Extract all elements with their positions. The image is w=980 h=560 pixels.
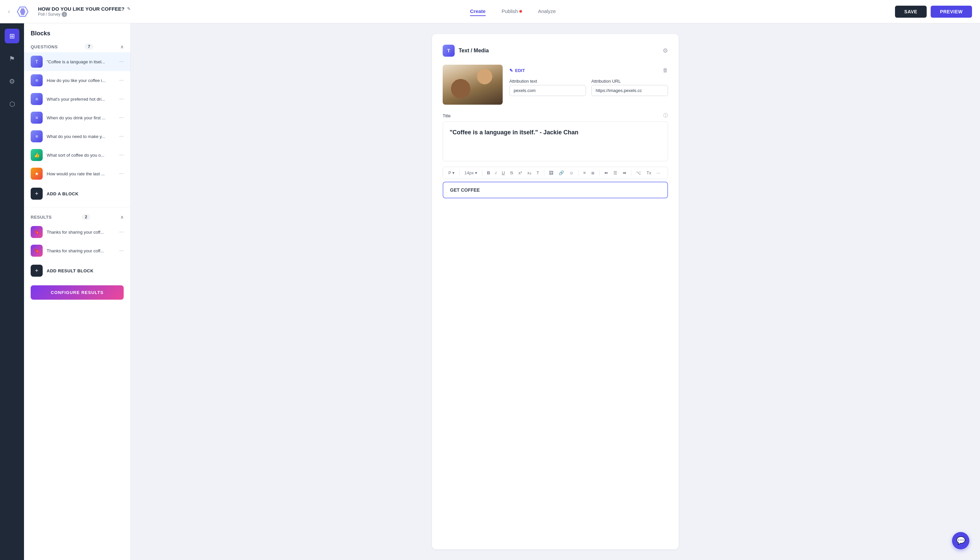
toolbar-emoji[interactable]: ☺	[567, 169, 576, 177]
result-item-1[interactable]: 🔖 Thanks for sharing your coff... ···	[24, 223, 130, 241]
edit-title-icon[interactable]: ✎	[127, 6, 131, 11]
toolbar-strike[interactable]: S	[508, 169, 515, 177]
toolbar-italic[interactable]: i	[493, 169, 498, 177]
questions-label: Questions	[31, 44, 58, 49]
chat-bubble-button[interactable]: 💬	[952, 532, 969, 549]
nav-tabs: Create Publish ● Analyze	[470, 7, 556, 16]
question-item-3[interactable]: ≡ What's your preferred hot dri... ···	[24, 90, 130, 108]
divider-1	[24, 207, 130, 207]
toolbar-clear[interactable]: Tx	[644, 169, 653, 177]
toolbar-paragraph[interactable]: P ▾	[446, 169, 457, 177]
toolbar-bold[interactable]: B	[485, 169, 492, 177]
survey-title: HOW DO YOU LIKE YOUR COFFEE? ✎	[38, 6, 131, 12]
question-item-4[interactable]: ≡ When do you drink your first ... ···	[24, 108, 130, 127]
question-menu-1[interactable]: ···	[119, 59, 124, 65]
question-text-5: What do you need to make y...	[47, 134, 115, 139]
cta-editor[interactable]: GET COFFEE	[443, 182, 668, 198]
card-header: T Text / Media ⚙	[443, 45, 668, 57]
question-item-6[interactable]: 👍 What sort of coffee do you o... ···	[24, 146, 130, 164]
title-section: Title ⓘ "Coffee is a language in itself.…	[443, 113, 668, 161]
delete-icon[interactable]: 🗑	[663, 67, 668, 73]
question-menu-2[interactable]: ···	[119, 77, 124, 83]
add-block-icon: +	[31, 188, 43, 200]
result-menu-2[interactable]: ···	[119, 248, 124, 254]
results-chevron[interactable]: ∧	[120, 214, 124, 220]
configure-results-button[interactable]: CONFIGURE RESULTS	[31, 285, 124, 300]
question-menu-3[interactable]: ···	[119, 96, 124, 102]
toolbar-link[interactable]: 🔗	[557, 169, 566, 177]
toolbar-underline[interactable]: U	[500, 169, 507, 177]
question-text-2: How do you like your coffee i...	[47, 78, 115, 83]
back-button[interactable]: ‹	[8, 8, 10, 15]
question-menu-7[interactable]: ···	[119, 171, 124, 177]
results-section-header: Results 2 ∧	[24, 210, 130, 223]
attr-text-field: Attribution text	[509, 79, 586, 96]
question-menu-6[interactable]: ···	[119, 152, 124, 158]
attr-url-input[interactable]	[591, 85, 668, 96]
blocks-panel-title: Blocks	[24, 23, 130, 40]
add-result-label: ADD RESULT BLOCK	[47, 268, 94, 273]
toolbar-align-right[interactable]: ➡	[621, 169, 628, 177]
sidebar-icon-settings[interactable]: ⚙	[5, 74, 19, 89]
toolbar-code[interactable]: ⌥	[634, 169, 643, 177]
question-text-1: "Coffee is a language in itsel...	[47, 59, 115, 64]
chat-icon: 💬	[956, 536, 965, 545]
question-text-6: What sort of coffee do you o...	[47, 153, 115, 158]
result-text-1: Thanks for sharing your coff...	[47, 230, 115, 235]
question-item-1[interactable]: T "Coffee is a language in itsel... ···	[24, 52, 130, 71]
tab-publish[interactable]: Publish ●	[502, 7, 522, 16]
result-menu-1[interactable]: ···	[119, 229, 124, 235]
survey-subtitle: Poll / Survey i	[38, 12, 131, 17]
sidebar-icons: ⊞ ⚑ ⚙ ⬡	[0, 23, 24, 560]
toolbar-subscript[interactable]: x₂	[525, 169, 533, 177]
edit-button[interactable]: ✎ EDIT	[509, 68, 525, 73]
sidebar-icon-flag[interactable]: ⚑	[5, 51, 19, 66]
question-icon-1: T	[31, 56, 43, 68]
title-label: Title	[443, 113, 451, 118]
result-item-2[interactable]: 🔖 Thanks for sharing your coff... ···	[24, 241, 130, 260]
question-icon-7: ★	[31, 168, 43, 180]
sidebar-icon-grid[interactable]: ⊞	[5, 29, 19, 43]
toolbar-align-center[interactable]: ☰	[611, 169, 619, 177]
toolbar-sep-1	[459, 170, 460, 176]
attr-text-input[interactable]	[509, 85, 586, 96]
publish-badge: ●	[519, 10, 522, 13]
toolbar-align-left[interactable]: ⬅	[602, 169, 610, 177]
info-icon[interactable]: i	[62, 12, 67, 17]
coffee-image-placeholder	[443, 65, 503, 105]
title-editor[interactable]: "Coffee is a language in itself." - Jack…	[443, 121, 668, 161]
question-menu-5[interactable]: ···	[119, 133, 124, 139]
question-item-2[interactable]: ≡ How do you like your coffee i... ···	[24, 71, 130, 90]
question-menu-4[interactable]: ···	[119, 115, 124, 121]
questions-chevron[interactable]: ∧	[120, 44, 124, 49]
title-info-icon[interactable]: ⓘ	[663, 113, 668, 119]
tab-create[interactable]: Create	[470, 7, 486, 16]
question-icon-5: ≡	[31, 130, 43, 142]
nav-actions: SAVE PREVIEW	[895, 6, 972, 18]
card-type-label: Text / Media	[459, 48, 659, 54]
toolbar-sep-4	[578, 170, 579, 176]
save-button[interactable]: SAVE	[895, 6, 927, 18]
add-block-button[interactable]: + ADD A BLOCK	[24, 184, 130, 203]
add-result-block-button[interactable]: + ADD RESULT BLOCK	[24, 261, 130, 280]
card-type-badge: T	[443, 45, 455, 57]
toolbar-list-bullet[interactable]: ≡	[581, 169, 588, 177]
preview-button[interactable]: PREVIEW	[931, 6, 972, 18]
attr-url-label: Attribution URL	[591, 79, 668, 84]
toolbar-fontsize[interactable]: 14px ▾	[462, 169, 479, 177]
question-icon-2: ≡	[31, 74, 43, 86]
question-item-7[interactable]: ★ How would you rate the last ... ···	[24, 164, 130, 183]
question-item-5[interactable]: ≡ What do you need to make y... ···	[24, 127, 130, 146]
toolbar-superscript[interactable]: x²	[516, 169, 524, 177]
tab-analyze[interactable]: Analyze	[538, 7, 556, 16]
blocks-panel: Blocks Questions 7 ∧ T "Coffee is a lang…	[24, 23, 131, 560]
toolbar-more[interactable]: ···	[655, 169, 662, 177]
toolbar-list-ordered[interactable]: ≣	[589, 169, 597, 177]
sidebar-icon-share[interactable]: ⬡	[5, 97, 19, 111]
toolbar-image[interactable]: 🖼	[547, 169, 555, 177]
card-settings-icon[interactable]: ⚙	[663, 47, 668, 54]
toolbar-text-t[interactable]: T	[535, 169, 541, 177]
survey-info: HOW DO YOU LIKE YOUR COFFEE? ✎ Poll / Su…	[38, 6, 131, 17]
pencil-icon: ✎	[509, 68, 513, 73]
toolbar-sep-2	[482, 170, 482, 176]
